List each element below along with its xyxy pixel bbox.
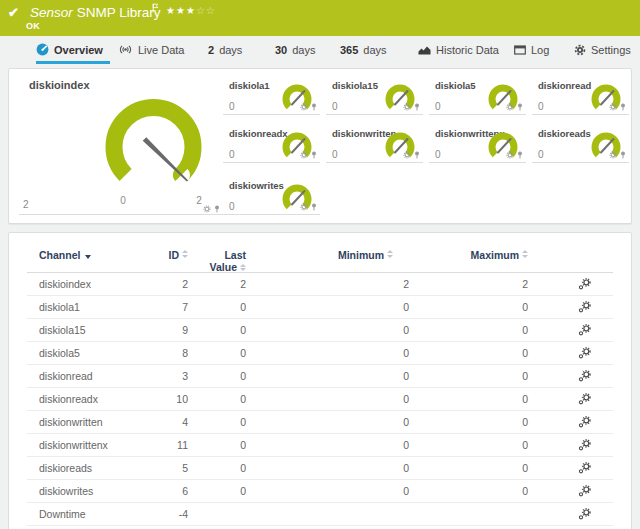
gauge-title: diskioreads (538, 128, 591, 139)
tab-number: 30 (275, 44, 287, 56)
table-row[interactable]: diskionwrittenx 11 0 0 0 (27, 434, 613, 457)
tab-live-data[interactable]: Live Data (118, 36, 184, 63)
gauge-title: diskiola15 (332, 80, 378, 91)
table-row[interactable]: diskionwritten 4 0 0 0 (27, 411, 613, 434)
channel-minimum: 2 (246, 278, 409, 290)
gear-icon[interactable] (506, 103, 514, 111)
priority-star-rating[interactable]: ★★★☆☆ (166, 5, 216, 16)
tab-overview[interactable]: Overview (36, 36, 103, 63)
divider (19, 214, 225, 215)
column-header-id[interactable]: ID (119, 249, 188, 261)
pin-icon[interactable] (516, 151, 524, 159)
tab-historic-data[interactable]: Historic Data (418, 36, 499, 63)
gauge-panel-diskiowrites[interactable]: diskiowrites 0 (223, 180, 320, 215)
gauge-panel-diskionread[interactable]: diskionread 0 (532, 80, 629, 115)
gear-icon[interactable] (300, 151, 308, 159)
table-row[interactable]: Downtime -4 (27, 503, 613, 526)
column-header-minimum[interactable]: Minimum (246, 249, 409, 261)
flag-icon[interactable] (152, 3, 160, 13)
pin-icon[interactable] (619, 103, 627, 111)
gear-icon[interactable] (403, 151, 411, 159)
tab-settings[interactable]: Settings (574, 36, 631, 63)
gear-icon[interactable] (300, 103, 308, 111)
channel-settings-icon[interactable] (578, 347, 591, 359)
pin-icon[interactable] (310, 203, 318, 211)
tab-2-days[interactable]: 2 days (208, 36, 242, 63)
tab-log[interactable]: Log (514, 36, 549, 63)
channel-settings-icon[interactable] (578, 370, 591, 382)
stars-empty: ☆☆ (196, 5, 216, 16)
channel-name[interactable]: diskionwrittenx (27, 439, 119, 451)
gauge-panel-diskionwrittenx[interactable]: diskionwrittenx 0 (429, 128, 526, 163)
primary-gauge-dial[interactable] (61, 91, 246, 203)
gear-icon[interactable] (203, 205, 211, 213)
channel-name[interactable]: diskiowrites (27, 485, 119, 497)
channel-id: 6 (119, 485, 188, 497)
table-row[interactable]: diskioindex 2 2 2 2 (27, 273, 613, 296)
table-row[interactable]: diskionreadx 10 0 0 0 (27, 388, 613, 411)
channel-settings-icon[interactable] (578, 278, 591, 290)
gauge-panel-diskionwritten[interactable]: diskionwritten 0 (326, 128, 423, 163)
gauge-value: 0 (229, 101, 235, 112)
table-row[interactable]: diskiola15 9 0 0 0 (27, 319, 613, 342)
gauge-panel-diskiola1[interactable]: diskiola1 0 (223, 80, 320, 115)
pin-icon[interactable] (413, 103, 421, 111)
channel-name[interactable]: diskionreadx (27, 393, 119, 405)
gear-icon[interactable] (609, 151, 617, 159)
table-row[interactable]: diskiola1 7 0 0 0 (27, 296, 613, 319)
channel-settings-icon[interactable] (578, 485, 591, 497)
gear-icon[interactable] (403, 103, 411, 111)
channel-settings-icon[interactable] (578, 393, 591, 405)
tab-365-days[interactable]: 365 days (340, 36, 387, 63)
gear-icon[interactable] (506, 151, 514, 159)
channel-minimum: 0 (246, 347, 409, 359)
pin-icon[interactable] (619, 151, 627, 159)
tab-label: days (219, 44, 242, 56)
channel-settings-icon[interactable] (578, 416, 591, 428)
table-row[interactable]: diskiowrites 6 0 0 0 (27, 480, 613, 503)
column-header-last-value[interactable]: LastValue (188, 249, 246, 273)
channel-name[interactable]: diskioreads (27, 462, 119, 474)
table-row[interactable]: diskiola5 8 0 0 0 (27, 342, 613, 365)
channel-name[interactable]: diskionwritten (27, 416, 119, 428)
gauge-panel-diskiola5[interactable]: diskiola5 0 (429, 80, 526, 115)
channel-settings-icon[interactable] (578, 508, 591, 520)
table-row[interactable]: diskionread 3 0 0 0 (27, 365, 613, 388)
channel-maximum: 0 (409, 462, 528, 474)
channel-maximum: 0 (409, 416, 528, 428)
gauge-title: diskiola1 (229, 80, 270, 91)
channel-table: Channel ID LastValue Minimum Maximum dis… (27, 233, 613, 526)
table-row[interactable]: diskioreads 5 0 0 0 (27, 457, 613, 480)
channel-name[interactable]: diskionread (27, 370, 119, 382)
tab-label: Log (531, 44, 549, 56)
gauge-value: 0 (538, 101, 544, 112)
channel-name[interactable]: diskiola1 (27, 301, 119, 313)
channel-settings-icon[interactable] (578, 439, 591, 451)
gauge-panel-diskiola15[interactable]: diskiola15 0 (326, 80, 423, 115)
pin-icon[interactable] (213, 205, 221, 213)
column-header-channel[interactable]: Channel (27, 249, 119, 261)
tab-label: Historic Data (436, 44, 499, 56)
pin-icon[interactable] (310, 151, 318, 159)
channel-name[interactable]: diskiola15 (27, 324, 119, 336)
channel-name[interactable]: Downtime (27, 508, 119, 520)
channel-settings-icon[interactable] (578, 324, 591, 336)
gear-icon[interactable] (300, 203, 308, 211)
gear-icon[interactable] (609, 103, 617, 111)
overview-icon (36, 43, 49, 56)
channel-settings-icon[interactable] (578, 462, 591, 474)
channel-name[interactable]: diskiola5 (27, 347, 119, 359)
gauge-panel-diskionreadx[interactable]: diskionreadx 0 (223, 128, 320, 163)
channel-maximum: 0 (409, 439, 528, 451)
tab-30-days[interactable]: 30 days (275, 36, 316, 63)
column-header-maximum[interactable]: Maximum (409, 249, 528, 261)
channel-last-value: 0 (188, 370, 246, 382)
gauge-panel-diskioreads[interactable]: diskioreads 0 (532, 128, 629, 163)
channel-maximum: 2 (409, 278, 528, 290)
pin-icon[interactable] (516, 103, 524, 111)
channel-name[interactable]: diskioindex (27, 278, 119, 290)
gauge-value: 0 (332, 101, 338, 112)
pin-icon[interactable] (310, 103, 318, 111)
channel-settings-icon[interactable] (578, 301, 591, 313)
pin-icon[interactable] (413, 151, 421, 159)
